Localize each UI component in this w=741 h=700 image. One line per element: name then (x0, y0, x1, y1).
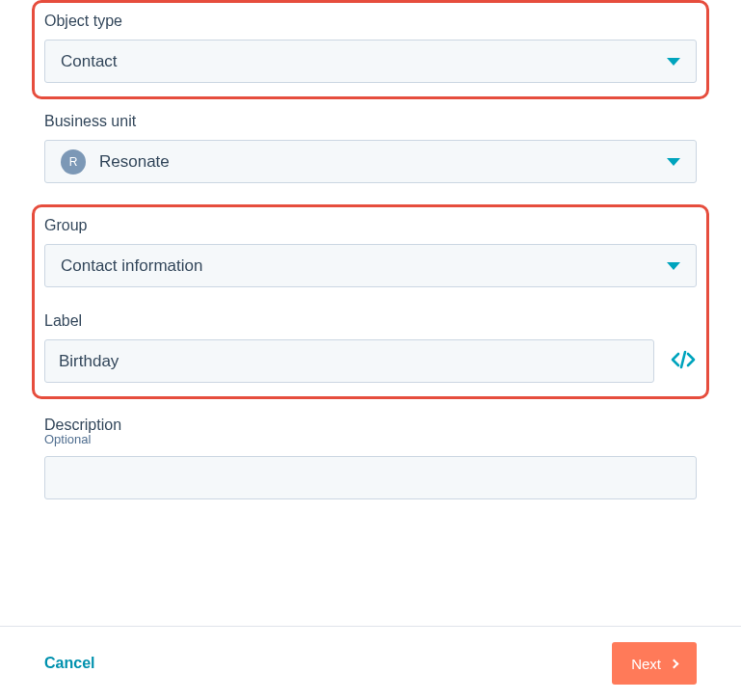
field-group: Group Contact information (44, 217, 697, 287)
caret-down-icon (667, 58, 680, 66)
caret-down-icon (667, 262, 680, 270)
object-type-label: Object type (44, 13, 697, 30)
caret-down-icon (667, 158, 680, 166)
business-unit-avatar: R (61, 149, 86, 175)
field-business-unit: Business unit R Resonate (44, 113, 697, 183)
field-description: Description Optional (44, 417, 697, 499)
object-type-select[interactable]: Contact (44, 40, 697, 83)
description-hint: Optional (44, 432, 697, 446)
label-field-label: Label (44, 312, 697, 330)
business-unit-label: Business unit (44, 113, 697, 130)
group-value: Contact information (61, 256, 667, 276)
code-icon[interactable] (670, 350, 697, 373)
form-area: Object type Contact Business unit R Reso… (0, 0, 741, 499)
business-unit-select[interactable]: R Resonate (44, 140, 697, 183)
label-input[interactable] (44, 339, 654, 383)
group-label: Group (44, 217, 697, 234)
group-select[interactable]: Contact information (44, 244, 697, 287)
business-unit-value: Resonate (99, 152, 667, 172)
field-object-type: Object type Contact (44, 13, 697, 83)
description-input[interactable] (44, 456, 697, 499)
next-button-label: Next (631, 656, 661, 672)
next-button[interactable]: Next (612, 642, 697, 685)
chevron-right-icon (670, 659, 679, 668)
object-type-value: Contact (61, 52, 667, 71)
field-label: Label (44, 312, 697, 383)
cancel-button[interactable]: Cancel (44, 655, 94, 672)
footer-bar: Cancel Next (0, 626, 741, 700)
highlight-object-type: Object type Contact (32, 0, 709, 99)
highlight-group-label: Group Contact information Label (32, 204, 709, 399)
